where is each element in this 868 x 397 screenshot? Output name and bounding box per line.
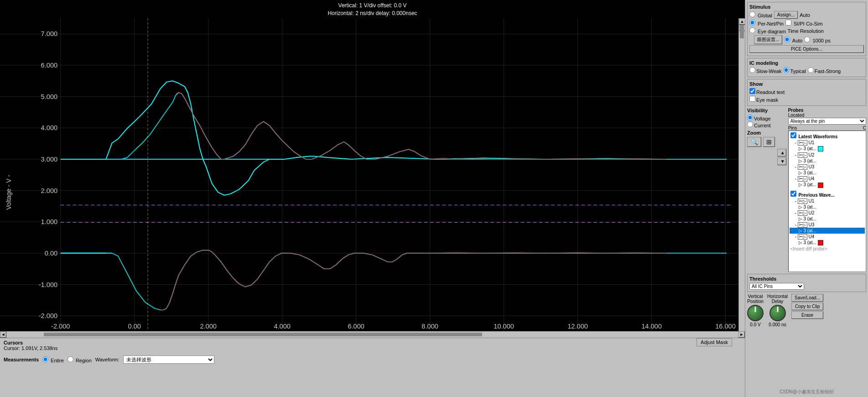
scroll-up-arrow[interactable]: ▲ xyxy=(777,149,786,157)
region-radio[interactable] xyxy=(68,356,73,362)
typical-radio[interactable] xyxy=(783,67,789,73)
horizontal-delay-value: 0.000 ns xyxy=(769,322,786,327)
pins-label: Pins xyxy=(788,125,797,131)
probe-prev-waves[interactable]: Previous Wave... xyxy=(790,190,865,198)
probe-u4-prev[interactable]: - ⊢▷ U4 xyxy=(790,234,865,240)
waveform-area: Vertical: 1 V/div offset: 0.0 V Horizont… xyxy=(0,0,745,397)
probe-u1-prev-3at[interactable]: ▷ 3 (at... xyxy=(790,204,865,210)
global-radio-label[interactable]: Global xyxy=(749,11,772,18)
svg-text:-2.000: -2.000 xyxy=(51,323,70,330)
svg-text:5.000: 5.000 xyxy=(41,93,58,100)
erase-btn[interactable]: Erase xyxy=(791,311,823,319)
horizontal-scrollbar[interactable]: ◄ ► xyxy=(0,331,745,338)
probe-u3-prev-3at[interactable]: ▷ 3 (at... xyxy=(790,228,865,234)
svg-text:16.000: 16.000 xyxy=(715,323,736,330)
ic-modeling-section: IC modeling Slow-Weak Typical Fast-Stron… xyxy=(747,58,866,77)
probe-latest-waves[interactable]: Latest Waveforms xyxy=(790,132,865,140)
eye-diagram-btn[interactable]: 眼图设置... xyxy=(754,35,782,44)
zoom-in-btn[interactable]: 🔍 xyxy=(747,137,761,147)
show-title: Show xyxy=(749,81,864,87)
svg-text:4.000: 4.000 xyxy=(41,124,58,131)
probe-tree[interactable]: Latest Waveforms - ⊢▷ U1 ▷ 3 (at... - ⊢▷… xyxy=(788,131,866,272)
bottom-panel: Cursors Cursor: 1.091V, 2.538ns Adjust M… xyxy=(0,338,745,397)
eye-diagram-radio[interactable] xyxy=(749,27,755,33)
readout-text-checkbox[interactable] xyxy=(749,88,755,94)
per-net-radio-label[interactable]: Per-Net/Pin xyxy=(749,20,784,26)
located-select[interactable]: Always at the pin xyxy=(788,118,866,125)
region-radio-label[interactable]: Region xyxy=(68,356,92,363)
footer-watermark: CSDN@小趣东生互粉组织 xyxy=(747,387,866,395)
scroll-left-btn[interactable]: ◄ xyxy=(0,331,6,338)
horizontal-delay-knob[interactable] xyxy=(769,305,786,321)
scroll-thumb[interactable] xyxy=(740,25,744,38)
measurements-label: Measurements xyxy=(4,357,39,362)
current-radio[interactable] xyxy=(747,121,753,127)
svg-text:0.00: 0.00 xyxy=(128,323,141,330)
svg-text:3.000: 3.000 xyxy=(41,156,58,163)
entire-radio[interactable] xyxy=(42,356,48,362)
chart-vertical-scrollbar[interactable]: ▲ ▼ xyxy=(738,18,745,331)
stimulus-section: Stimulus Global Assign... Auto Per-Net/P… xyxy=(747,2,866,56)
cursors-label: Cursors xyxy=(4,340,23,345)
probe-u4-latest[interactable]: - ⊢▷ U4 xyxy=(790,176,865,182)
chart-container[interactable]: 7.000 6.000 5.000 4.000 3.000 2.000 1.00… xyxy=(0,18,745,331)
per-net-radio[interactable] xyxy=(749,20,755,26)
scroll-right-btn[interactable]: ► xyxy=(738,331,745,338)
probe-u4-prev-3at[interactable]: ▷ 3 (at... xyxy=(790,240,865,246)
probes-section: Probes Located Always at the pin Pins C … xyxy=(788,108,866,272)
probe-u2-latest-3at[interactable]: ▷ 3 (at... xyxy=(790,158,865,164)
si-pi-checkbox[interactable] xyxy=(785,20,791,26)
probe-u2-prev[interactable]: - ⊢▷ U2 xyxy=(790,210,865,216)
vertical-position-knob[interactable] xyxy=(747,305,764,321)
prev-waves-checkbox[interactable] xyxy=(790,191,796,197)
probe-u3-latest[interactable]: - ⊢▷ U3 xyxy=(790,164,865,170)
slow-weak-radio[interactable] xyxy=(749,67,755,73)
probe-u4-latest-3at[interactable]: ▷ 3 (at... xyxy=(790,182,865,188)
stimulus-title: Stimulus xyxy=(749,4,864,10)
svg-text:6.000: 6.000 xyxy=(348,323,364,330)
insert-diff-probe[interactable]: <Insert diff probe> xyxy=(790,246,865,252)
scroll-dn-arrow[interactable]: ▼ xyxy=(777,157,786,165)
h-scroll-thumb[interactable] xyxy=(44,333,482,336)
scroll-up-btn[interactable]: ▲ xyxy=(739,18,745,25)
voltage-radio[interactable] xyxy=(747,115,753,120)
global-radio[interactable] xyxy=(749,11,755,17)
save-load-btn[interactable]: Save/Load... xyxy=(791,294,823,302)
zoom-fit-btn[interactable]: ⊞ xyxy=(763,137,775,147)
svg-text:8.000: 8.000 xyxy=(421,323,438,330)
svg-text:0.00: 0.00 xyxy=(45,250,57,257)
probe-u1-latest[interactable]: - ⊢▷ U1 xyxy=(790,140,865,146)
waveform-header: Vertical: 1 V/div offset: 0.0 V Horizont… xyxy=(0,0,745,18)
horizontal-delay-knob-container: HorizontalDelay 0.000 ns xyxy=(767,294,788,327)
chart-svg[interactable]: 7.000 6.000 5.000 4.000 3.000 2.000 1.00… xyxy=(0,18,745,331)
probe-u3-prev[interactable]: - ⊢▷ U3 xyxy=(790,222,865,228)
auto-time-radio[interactable] xyxy=(784,37,790,42)
show-section: Show Readout text Eye mask xyxy=(747,79,866,106)
copy-to-clip-btn[interactable]: Copy to Clip xyxy=(791,303,823,310)
vertical-pos-label: VerticalPosition xyxy=(747,294,764,304)
waveform-select[interactable]: 未选择波形 xyxy=(123,355,214,364)
thresholds-select[interactable]: All IC Pins xyxy=(749,283,804,290)
manual-time-radio[interactable] xyxy=(804,37,810,42)
probe-u1-latest-3at[interactable]: ▷ 3 (at... xyxy=(790,146,865,152)
adjust-mask-btn[interactable]: Adjust Mask xyxy=(696,338,732,346)
eye-mask-checkbox[interactable] xyxy=(749,96,755,102)
cursor-value: Cursor: 1.091V, 2.538ns xyxy=(4,345,57,351)
entire-radio-label[interactable]: Entire xyxy=(42,356,64,363)
measurements-row: Measurements Entire Region Waveform: 未选择… xyxy=(4,355,741,364)
svg-text:10.000: 10.000 xyxy=(494,323,514,330)
probe-u3-latest-3at[interactable]: ▷ 3 (at... xyxy=(790,170,865,176)
probe-u1-prev[interactable]: - ⊢▷ U1 xyxy=(790,198,865,204)
fast-strong-radio[interactable] xyxy=(808,67,814,73)
vertical-label: Vertical: 1 V/div offset: 0.0 V xyxy=(0,2,745,10)
svg-text:2.000: 2.000 xyxy=(200,323,217,330)
c-label: C xyxy=(863,125,866,131)
si-pi-checkbox-label[interactable]: SI/PI Co-Sim xyxy=(785,20,823,26)
assign-btn[interactable]: Assign... xyxy=(774,11,798,19)
probe-u2-latest[interactable]: - ⊢▷ U2 xyxy=(790,152,865,158)
y-axis-label: Voltage - V - xyxy=(5,174,12,209)
eye-diagram-radio-label[interactable]: Eye diagram xyxy=(749,27,786,34)
probe-u2-prev-3at[interactable]: ▷ 3 (at... xyxy=(790,216,865,222)
latest-waves-checkbox[interactable] xyxy=(790,132,796,138)
pice-options-btn[interactable]: PICE Options... xyxy=(749,45,864,53)
